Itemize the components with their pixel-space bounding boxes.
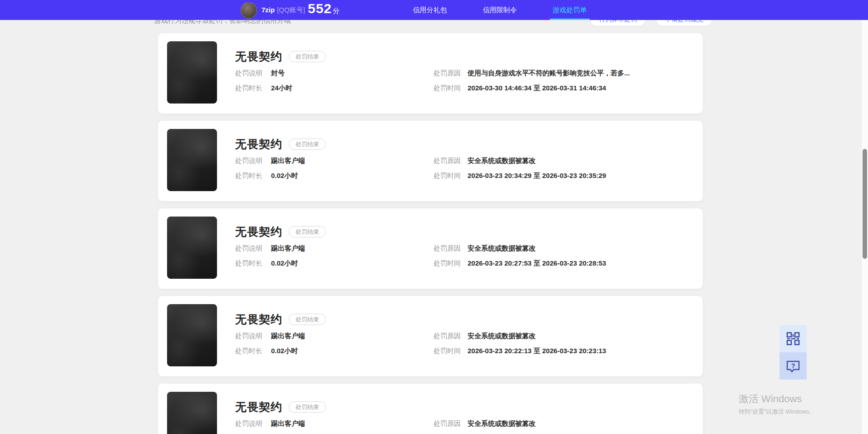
- user-nickname: 7zip: [261, 6, 275, 14]
- penalty-card-list: 无畏契约 处罚结束 处罚说明 封号 处罚原因 使用与自身游戏水平不符的账号影响竞…: [158, 33, 703, 434]
- time-label: 处罚时间: [434, 172, 468, 180]
- duration-label: 处罚时长: [235, 84, 271, 92]
- penalty-card: 无畏契约 处罚结束 处罚说明 封号 处罚原因 使用与自身游戏水平不符的账号影响竞…: [158, 33, 703, 113]
- card-row-1: 处罚说明 踢出客户端 处罚原因 安全系统或数据被篡改: [235, 157, 692, 165]
- reason-label: 处罚原因: [434, 157, 468, 165]
- penalty-card: 无畏契约 处罚结束 处罚说明 踢出客户端 处罚原因 安全系统或数据被篡改 处罚时…: [158, 384, 703, 434]
- top-header-bar: 7zip[QQ账号] 552分 信用分礼包信用限制令游戏处罚单: [0, 0, 868, 20]
- card-row-2: 处罚时长 0.02小时 处罚时间 2026-03-23 20:27:53 至 2…: [235, 259, 692, 267]
- time-value: 2026-03-30 14:46:34 至 2026-03-31 14:46:3…: [468, 84, 692, 92]
- penalty-card: 无畏契约 处罚结束 处罚说明 踢出客户端 处罚原因 安全系统或数据被篡改 处罚时…: [158, 296, 703, 376]
- nav-tab-0[interactable]: 信用分礼包: [395, 0, 465, 20]
- header-nav: 信用分礼包信用限制令游戏处罚单: [395, 0, 605, 20]
- reason-value: 使用与自身游戏水平不符的账号影响竞技公平，若多...: [468, 69, 692, 77]
- svg-text:?: ?: [791, 362, 795, 370]
- reason-value: 安全系统或数据被篡改: [468, 332, 692, 340]
- desc-value: 踢出客户端: [271, 332, 434, 340]
- card-header: 无畏契约 处罚结束: [235, 225, 326, 238]
- card-header: 无畏契约 处罚结束: [235, 400, 326, 414]
- duration-label: 处罚时长: [235, 347, 271, 355]
- game-thumbnail: [167, 392, 217, 434]
- time-label: 处罚时间: [434, 259, 468, 267]
- credit-score: 552分: [308, 1, 340, 16]
- reason-value: 安全系统或数据被篡改: [468, 419, 692, 428]
- desc-label: 处罚说明: [235, 69, 271, 77]
- avatar[interactable]: [241, 2, 257, 19]
- time-value: 2026-03-23 20:22:13 至 2026-03-23 20:23:1…: [468, 347, 692, 355]
- status-badge: 处罚结束: [289, 314, 326, 325]
- game-title: 无畏契约: [235, 224, 282, 239]
- scrollbar-thumb[interactable]: [863, 149, 867, 259]
- qr-code-button[interactable]: [779, 325, 807, 352]
- nav-tab-2[interactable]: 游戏处罚单: [535, 0, 605, 20]
- desc-value: 踢出客户端: [271, 244, 434, 252]
- credit-score-value: 552: [308, 1, 332, 16]
- desc-value: 踢出客户端: [271, 157, 434, 165]
- help-icon: ?: [784, 357, 802, 375]
- card-header: 无畏契约 处罚结束: [235, 49, 326, 63]
- duration-value: 0.02小时: [271, 259, 434, 267]
- watermark-title: 激活 Windows: [739, 392, 815, 406]
- time-label: 处罚时间: [434, 347, 468, 355]
- help-button[interactable]: ?: [779, 352, 807, 380]
- duration-value: 24小时: [271, 84, 434, 92]
- status-badge: 处罚结束: [289, 401, 326, 413]
- game-thumbnail: [167, 304, 217, 366]
- reason-label: 处罚原因: [434, 69, 468, 77]
- status-badge: 处罚结束: [289, 226, 326, 237]
- desc-label: 处罚说明: [235, 332, 271, 340]
- windows-activation-watermark: 激活 Windows 转到“设置”以激活 Windows。: [739, 392, 815, 416]
- card-row-1: 处罚说明 踢出客户端 处罚原因 安全系统或数据被篡改: [235, 332, 692, 340]
- penalty-card: 无畏契约 处罚结束 处罚说明 踢出客户端 处罚原因 安全系统或数据被篡改 处罚时…: [158, 121, 703, 201]
- floating-side-widget: ?: [779, 325, 807, 380]
- reason-value: 安全系统或数据被篡改: [468, 244, 692, 252]
- desc-label: 处罚说明: [235, 244, 271, 252]
- scrollbar-track[interactable]: [862, 20, 868, 434]
- time-label: 处罚时间: [434, 84, 468, 92]
- duration-value: 0.02小时: [271, 172, 434, 180]
- user-name: 7zip[QQ账号]: [261, 6, 305, 15]
- credit-score-unit: 分: [333, 7, 340, 15]
- watermark-subtitle: 转到“设置”以激活 Windows。: [739, 408, 815, 416]
- qr-code-icon: [786, 331, 800, 346]
- duration-value: 0.02小时: [271, 347, 434, 355]
- game-title: 无畏契约: [235, 137, 282, 152]
- card-row-2: 处罚时长 0.02小时 处罚时间 2026-03-23 20:22:13 至 2…: [235, 347, 692, 355]
- card-header: 无畏契约 处罚结束: [235, 312, 326, 326]
- game-thumbnail: [167, 41, 217, 104]
- reason-value: 安全系统或数据被篡改: [468, 157, 692, 165]
- time-value: 2026-03-23 20:34:29 至 2026-03-23 20:35:2…: [468, 172, 692, 180]
- nav-tab-1[interactable]: 信用限制令: [465, 0, 535, 20]
- card-row-1: 处罚说明 踢出客户端 处罚原因 安全系统或数据被篡改: [235, 244, 692, 252]
- time-value: 2026-03-23 20:27:53 至 2026-03-23 20:28:5…: [468, 259, 692, 267]
- desc-value: 踢出客户端: [271, 419, 434, 428]
- status-badge: 处罚结束: [289, 51, 326, 62]
- status-badge: 处罚结束: [289, 138, 326, 150]
- card-header: 无畏契约 处罚结束: [235, 137, 326, 151]
- duration-label: 处罚时长: [235, 259, 271, 267]
- penalty-card: 无畏契约 处罚结束 处罚说明 踢出客户端 处罚原因 安全系统或数据被篡改 处罚时…: [158, 208, 703, 289]
- duration-label: 处罚时长: [235, 172, 271, 180]
- game-title: 无畏契约: [235, 49, 282, 64]
- card-row-1: 处罚说明 封号 处罚原因 使用与自身游戏水平不符的账号影响竞技公平，若多...: [235, 69, 692, 77]
- game-thumbnail: [167, 129, 217, 191]
- card-row-1: 处罚说明 踢出客户端 处罚原因 安全系统或数据被篡改: [235, 419, 692, 428]
- account-type-label: [QQ账号]: [277, 6, 305, 14]
- card-row-2: 处罚时长 0.02小时 处罚时间 2026-03-23 20:34:29 至 2…: [235, 172, 692, 180]
- game-title: 无畏契约: [235, 399, 282, 414]
- reason-label: 处罚原因: [434, 332, 468, 340]
- reason-label: 处罚原因: [434, 244, 468, 252]
- desc-label: 处罚说明: [235, 419, 271, 428]
- reason-label: 处罚原因: [434, 419, 468, 428]
- desc-value: 封号: [271, 69, 434, 77]
- desc-label: 处罚说明: [235, 157, 271, 165]
- game-thumbnail: [167, 217, 217, 279]
- card-row-2: 处罚时长 24小时 处罚时间 2026-03-30 14:46:34 至 202…: [235, 84, 692, 92]
- game-title: 无畏契约: [235, 312, 282, 327]
